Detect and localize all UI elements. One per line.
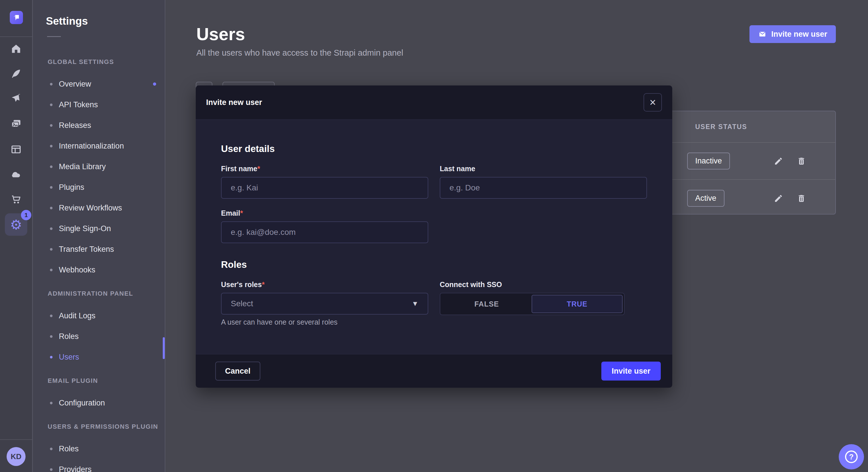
sidebar-item-single-sign-on[interactable]: Single Sign-On [33, 218, 165, 239]
sso-toggle: FALSE TRUE [440, 293, 625, 315]
sidebar-item-api-tokens[interactable]: API Tokens [33, 94, 165, 115]
sso-true-option[interactable]: TRUE [532, 295, 623, 313]
page-subtitle: All the users who have access to the Str… [196, 48, 403, 58]
settings-gear-icon[interactable]: ⚙ 1 [5, 213, 27, 236]
roles-select[interactable]: Select ▼ [221, 293, 428, 314]
sidebar-item-users[interactable]: Users [33, 347, 165, 367]
sidebar-item-configuration[interactable]: Configuration [33, 393, 165, 413]
section-administration-panel: ADMINISTRATION PANEL [48, 290, 165, 297]
sidebar-item-admin-roles[interactable]: Roles [33, 326, 165, 347]
modal-title: Invite new user [206, 98, 262, 107]
roles-hint: A user can have one or several roles [221, 318, 428, 326]
feather-icon[interactable] [10, 68, 22, 79]
sidebar-scrollbar-thumb[interactable] [163, 337, 165, 359]
sidebar-item-providers[interactable]: Providers [33, 459, 165, 472]
first-name-label: First name* [221, 165, 428, 173]
sidebar-item-review-workflows[interactable]: Review Workflows [33, 198, 165, 218]
email-plugin-list: Configuration [33, 393, 165, 413]
sidebar-item-audit-logs[interactable]: Audit Logs [33, 305, 165, 326]
users-roles-label: User's roles* [221, 280, 428, 289]
user-status-column-header: USER STATUS [695, 123, 747, 131]
invite-new-user-button[interactable]: Invite new user [749, 25, 836, 43]
question-mark-icon: ? [845, 450, 858, 463]
marketplace-cart-icon[interactable] [10, 194, 22, 205]
cloud-icon[interactable] [10, 169, 22, 180]
title-divider [47, 36, 61, 37]
envelope-icon [758, 30, 767, 38]
modal-body: User details First name* Last name Email… [196, 120, 672, 354]
layout-icon[interactable] [10, 144, 22, 155]
delete-trash-icon[interactable] [795, 155, 808, 167]
home-icon[interactable] [10, 43, 22, 55]
section-global-settings: GLOBAL SETTINGS [48, 58, 165, 66]
sidebar-item-internationalization[interactable]: Internationalization [33, 136, 165, 156]
section-email-plugin: EMAIL PLUGIN [48, 377, 165, 384]
last-name-label: Last name [440, 165, 647, 173]
sidebar-item-overview[interactable]: Overview [33, 74, 165, 94]
page-title: Users [196, 25, 245, 43]
strapi-admin: ⚙ 1 KD Settings GLOBAL SETTINGS Overview… [0, 0, 868, 472]
required-mark: * [262, 280, 265, 289]
user-details-heading: User details [221, 120, 647, 154]
invite-user-modal: Invite new user × User details First nam… [196, 86, 672, 388]
sidebar-title: Settings [46, 15, 165, 28]
settings-sidebar: Settings GLOBAL SETTINGS Overview API To… [33, 0, 165, 472]
required-mark: * [240, 209, 243, 217]
notification-dot [153, 82, 156, 86]
required-mark: * [257, 165, 260, 173]
sidebar-item-plugins[interactable]: Plugins [33, 177, 165, 198]
rail-divider [0, 36, 32, 37]
status-badge: Active [687, 190, 724, 207]
status-badge: Inactive [687, 153, 730, 169]
settings-notification-badge: 1 [21, 210, 31, 220]
first-name-field[interactable] [221, 177, 428, 199]
sso-label: Connect with SSO [440, 280, 647, 289]
strapi-logo[interactable] [10, 11, 23, 24]
cancel-button[interactable]: Cancel [215, 362, 260, 380]
sso-false-option[interactable]: FALSE [442, 295, 532, 313]
sidebar-item-webhooks[interactable]: Webhooks [33, 260, 165, 280]
global-settings-list: Overview API Tokens Releases Internation… [33, 74, 165, 280]
sidebar-item-transfer-tokens[interactable]: Transfer Tokens [33, 239, 165, 260]
invite-user-submit-button[interactable]: Invite user [601, 362, 661, 380]
sidebar-item-releases[interactable]: Releases [33, 115, 165, 136]
roles-heading: Roles [221, 243, 647, 270]
last-name-field[interactable] [440, 177, 647, 199]
paper-plane-icon[interactable] [10, 93, 22, 104]
users-permissions-list: Roles Providers [33, 438, 165, 472]
help-button[interactable]: ? [839, 444, 864, 469]
delete-trash-icon[interactable] [795, 192, 808, 205]
edit-pencil-icon[interactable] [772, 192, 785, 205]
rail-divider-bottom [0, 439, 32, 440]
sidebar-item-up-roles[interactable]: Roles [33, 438, 165, 459]
administration-panel-list: Audit Logs Roles Users [33, 305, 165, 367]
sidebar-item-media-library[interactable]: Media Library [33, 156, 165, 177]
close-icon[interactable]: × [644, 93, 662, 111]
modal-header: Invite new user × [196, 86, 672, 120]
section-users-permissions-plugin: USERS & PERMISSIONS PLUGIN [48, 423, 165, 430]
strapi-logo-icon [12, 13, 21, 22]
user-avatar[interactable]: KD [7, 447, 26, 466]
edit-pencil-icon[interactable] [772, 155, 785, 167]
icon-rail: ⚙ 1 KD [0, 0, 33, 472]
chevron-down-icon: ▼ [412, 300, 418, 308]
media-library-icon[interactable] [10, 118, 22, 130]
modal-footer: Cancel Invite user [196, 354, 672, 388]
email-label: Email* [221, 209, 428, 217]
email-field[interactable] [221, 222, 428, 243]
